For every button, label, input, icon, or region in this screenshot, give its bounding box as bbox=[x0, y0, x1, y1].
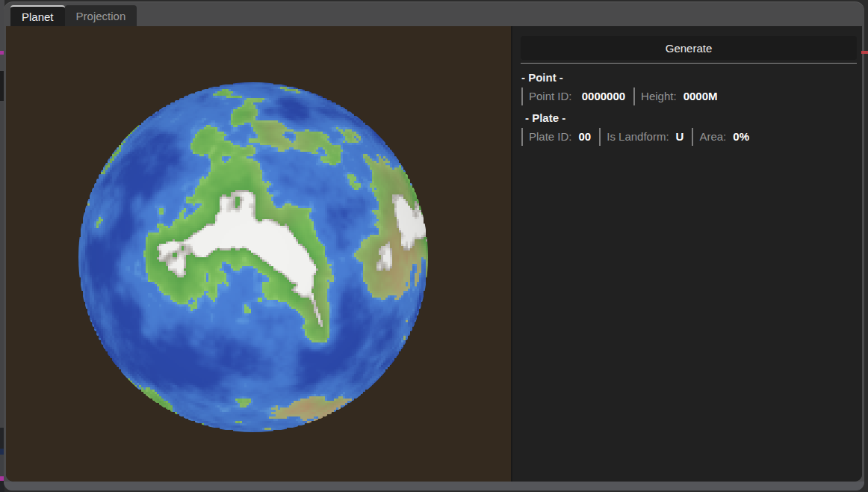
plate-section-title: - Plate - bbox=[525, 111, 862, 126]
area-value: 0% bbox=[733, 130, 749, 143]
point-id-value: 0000000 bbox=[582, 90, 625, 102]
field-divider bbox=[521, 87, 523, 105]
panel-separator bbox=[521, 63, 857, 64]
area-label: Area: bbox=[699, 130, 726, 143]
app-window: Planet Projection Generate - Point - Poi… bbox=[4, 1, 864, 491]
field-divider bbox=[692, 128, 693, 146]
height-label: Height: bbox=[641, 90, 677, 102]
point-info-row: Point ID: 0000000 Height: 0000M bbox=[521, 86, 862, 106]
screen: Planet Projection Generate - Point - Poi… bbox=[0, 0, 868, 492]
is-landform-label: Is Landform: bbox=[607, 130, 669, 143]
plate-id-value: 00 bbox=[579, 130, 592, 143]
generate-button[interactable]: Generate bbox=[521, 36, 857, 60]
point-id-label: Point ID: bbox=[529, 90, 575, 102]
side-panel: Generate - Point - Point ID: 0000000 Hei… bbox=[511, 26, 862, 482]
field-divider bbox=[599, 128, 601, 146]
planet-globe[interactable] bbox=[78, 82, 428, 432]
tab-projection-label: Projection bbox=[76, 10, 126, 22]
right-edge-red-marker bbox=[861, 51, 868, 54]
tab-bar: Planet Projection bbox=[6, 1, 862, 26]
plate-id-label: Plate ID: bbox=[529, 130, 572, 143]
tab-planet-label: Planet bbox=[22, 10, 54, 23]
point-section-title: - Point - bbox=[521, 70, 862, 85]
window-bottom-border bbox=[4, 482, 864, 491]
field-divider bbox=[521, 128, 523, 146]
tab-projection[interactable]: Projection bbox=[65, 5, 137, 26]
planet-canvas[interactable] bbox=[78, 82, 428, 432]
tab-planet[interactable]: Planet bbox=[10, 5, 65, 26]
planet-viewport[interactable] bbox=[6, 26, 511, 482]
is-landform-value: U bbox=[676, 130, 684, 143]
height-value: 0000M bbox=[683, 90, 718, 102]
plate-info-row: Plate ID: 00 Is Landform: U Area: 0% bbox=[521, 126, 862, 147]
window-content: Generate - Point - Point ID: 0000000 Hei… bbox=[6, 26, 862, 482]
field-divider bbox=[633, 87, 635, 105]
